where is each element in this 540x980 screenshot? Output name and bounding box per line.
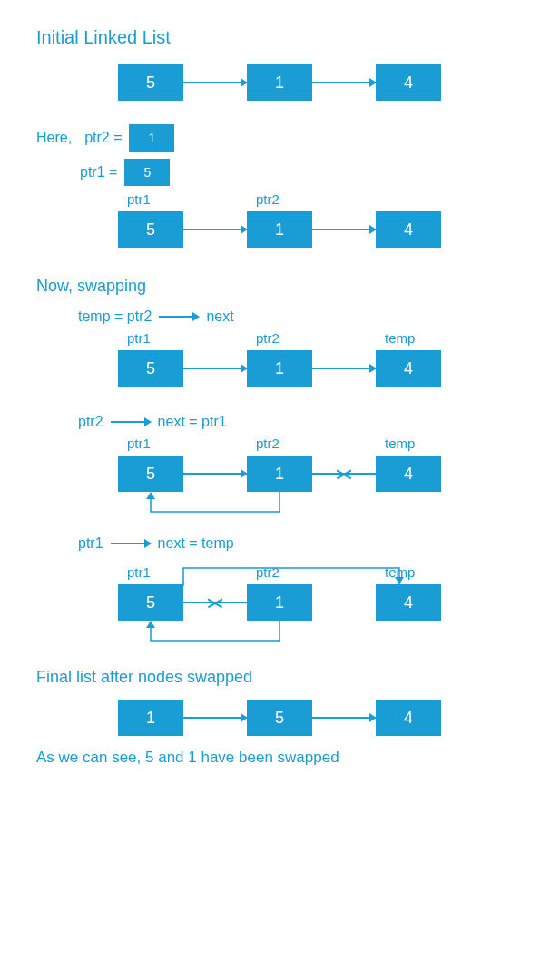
node-wrap: ptr2 1: [247, 584, 312, 621]
svg-marker-1: [146, 621, 155, 628]
node: 4: [376, 211, 441, 248]
step1-rhs: next: [206, 309, 233, 325]
node: 4: [376, 456, 441, 492]
node-wrap: ptr1 5: [118, 211, 183, 248]
step3-lhs: ptr1: [78, 535, 103, 552]
step2-rhs: next = ptr1: [158, 414, 227, 430]
initial-section: Initial Linked List 5 1 4: [36, 27, 504, 101]
temp-label: temp: [385, 564, 415, 580]
arrow-icon: [159, 316, 199, 318]
step3-section: ptr1 next = temp ptr1 5 ptr2 1 temp 4: [36, 535, 504, 621]
ptr2-label: ptr2: [256, 191, 280, 207]
final-title: Final list after nodes swapped: [36, 668, 504, 687]
arrow-icon: [183, 717, 247, 719]
ptr2-eq-label: ptr2 =: [84, 130, 122, 146]
node: 5: [118, 584, 183, 621]
node: 1: [247, 211, 312, 248]
initial-title: Initial Linked List: [36, 27, 504, 48]
node: 5: [118, 211, 183, 248]
ptr2-value-node: 1: [129, 124, 174, 152]
node-wrap: temp 4: [376, 584, 441, 621]
node-wrap: ptr1 5: [118, 584, 183, 621]
ptr1-label: ptr1: [127, 564, 151, 580]
x-icon: [207, 594, 223, 611]
step2-section: ptr2 next = ptr1 ptr1 5 ptr2 1 temp 4: [36, 414, 504, 492]
node-wrap: temp 4: [376, 350, 441, 387]
ptr1-label: ptr1: [127, 191, 151, 207]
step3-expr: ptr1 next = temp: [78, 535, 504, 552]
node: 4: [376, 350, 441, 387]
node: 5: [118, 456, 183, 492]
node: 1: [247, 350, 312, 387]
node-wrap: ptr2 1: [247, 211, 312, 248]
node-wrap: temp 4: [376, 456, 441, 492]
broken-link: [183, 602, 247, 603]
temp-label: temp: [385, 330, 415, 346]
ptr1-label: ptr1: [127, 436, 151, 451]
ptr2-label: ptr2: [256, 436, 280, 451]
broken-link: [312, 473, 376, 475]
step2-expr: ptr2 next = ptr1: [78, 414, 504, 430]
arrow-icon: [183, 82, 247, 83]
node-wrap: ptr1 5: [118, 350, 183, 387]
svg-marker-0: [146, 492, 155, 499]
ptr1-definition: ptr1 = 5: [80, 159, 504, 186]
step3-row: ptr1 5 ptr2 1 temp 4: [118, 584, 504, 621]
arrow-icon: [183, 229, 247, 230]
node: 4: [376, 64, 441, 101]
ptr2-definition: Here, ptr2 = 1: [36, 124, 504, 152]
arrow-icon: [183, 473, 247, 475]
step1-section: temp = ptr2 next ptr1 5 ptr2 1 temp 4: [36, 309, 504, 387]
step3-rhs: next = temp: [158, 535, 234, 552]
conclusion-text: As we can see, 5 and 1 have been swapped: [36, 749, 504, 767]
arrow-icon: [312, 229, 376, 230]
node: 4: [376, 700, 441, 736]
ptr2-label: ptr2: [256, 330, 280, 346]
arrow-icon: [312, 717, 376, 719]
ptr1-eq-label: ptr1 =: [80, 164, 117, 181]
ptr2-label: ptr2: [256, 564, 280, 580]
node: 5: [118, 64, 183, 101]
temp-label: temp: [385, 436, 415, 451]
node: 1: [118, 700, 183, 736]
node-wrap: ptr2 1: [247, 456, 312, 492]
node: 1: [247, 456, 312, 492]
step2-row: ptr1 5 ptr2 1 temp 4: [118, 456, 504, 492]
swapping-title: Now, swapping: [36, 277, 504, 296]
x-icon: [336, 466, 352, 482]
node: 5: [247, 700, 312, 736]
pointer-def-section: Here, ptr2 = 1 ptr1 = 5 ptr1 5 ptr2 1 4: [36, 124, 504, 248]
arrow-icon: [111, 543, 151, 544]
step1-lhs: temp = ptr2: [78, 309, 152, 325]
node-wrap: ptr2 1: [247, 350, 312, 387]
step1-row: ptr1 5 ptr2 1 temp 4: [118, 350, 504, 387]
arrow-icon: [183, 368, 247, 369]
node: 1: [247, 64, 312, 101]
node-wrap: ptr1 5: [118, 456, 183, 492]
arrow-icon: [111, 421, 151, 423]
node: 4: [376, 584, 441, 621]
node: 1: [247, 584, 312, 621]
final-list-row: 1 5 4: [118, 700, 504, 736]
step2-lhs: ptr2: [78, 414, 103, 430]
arrow-icon: [312, 82, 376, 83]
step1-expr: temp = ptr2 next: [78, 309, 504, 325]
here-label: Here,: [36, 130, 72, 146]
labeled-list-row: ptr1 5 ptr2 1 4: [118, 211, 504, 248]
ptr1-label: ptr1: [127, 330, 151, 346]
initial-list-row: 5 1 4: [118, 64, 504, 101]
node: 5: [118, 350, 183, 387]
ptr1-value-node: 5: [124, 159, 170, 186]
arrow-icon: [312, 368, 376, 369]
